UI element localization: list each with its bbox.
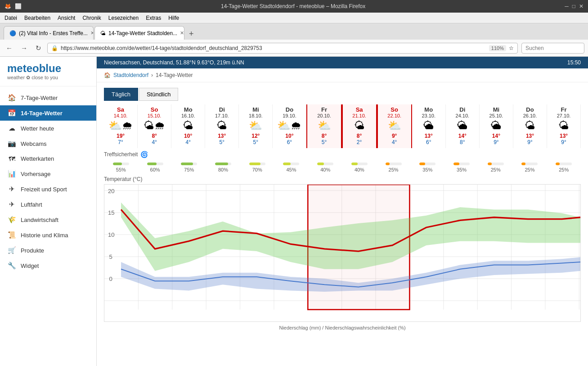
day-date: 26.10. bbox=[514, 113, 546, 118]
tab-close-1[interactable]: ✕ bbox=[90, 30, 94, 36]
menu-chronik[interactable]: Chronik bbox=[82, 15, 101, 21]
tab-meteoblue[interactable]: 🌤 14-Tage-Wetter Stadtolden... ✕ bbox=[94, 26, 184, 40]
nav-label-wetter: Wetter heute bbox=[21, 125, 54, 132]
weather-icon: ⛅ bbox=[379, 120, 410, 131]
temp-low: 5° bbox=[308, 139, 340, 145]
menu-lesezeichen[interactable]: Lesezeichen bbox=[108, 15, 139, 21]
sidebar-item-wetter[interactable]: ☁Wetter heute bbox=[0, 121, 96, 136]
weather-icon: 🌤🌧 bbox=[139, 120, 170, 131]
nav-icon-produkte: 🛒 bbox=[7, 246, 16, 254]
weather-icon: ⛅ bbox=[308, 120, 340, 131]
sidebar-item-vorhersage[interactable]: 📊Vorhersage bbox=[0, 166, 96, 181]
confidence-bar bbox=[386, 163, 390, 165]
tab-label-1: (2) Vital Info - Erstes Treffe... bbox=[19, 30, 88, 36]
temp-block: 8° 2° bbox=[344, 133, 375, 145]
confidence-bar bbox=[249, 163, 260, 165]
sidebar-item-7tage[interactable]: 🏠7-Tage-Wetter bbox=[0, 90, 96, 105]
sidebar-item-karten[interactable]: 🗺Wetterkarten bbox=[0, 151, 96, 166]
weather-tab-täglich[interactable]: Täglich bbox=[104, 88, 138, 101]
url-bar[interactable]: 🔒 https://www.meteoblue.com/de/wetter/14… bbox=[47, 43, 518, 54]
temp-block: 8° 4° bbox=[139, 133, 170, 145]
nav-icon-freizeit: ✈ bbox=[7, 185, 16, 193]
sidebar-item-webcams[interactable]: 📷Webcams bbox=[0, 136, 96, 151]
temp-high: 8° bbox=[344, 133, 375, 139]
temp-block: 13° 9° bbox=[548, 133, 579, 145]
temp-high: 14° bbox=[447, 133, 478, 139]
confidence-bar bbox=[488, 163, 492, 165]
sidebar-item-historie[interactable]: 📜Historie und Klima bbox=[0, 227, 96, 243]
confidence-bar-wrapper bbox=[351, 163, 368, 165]
day-name: Mi bbox=[480, 106, 512, 113]
confidence-bar bbox=[419, 163, 425, 165]
temp-block: 10° 4° bbox=[172, 133, 204, 145]
sidebar-item-freizeit[interactable]: ✈Freizeit und Sport bbox=[0, 181, 96, 197]
confidence-bar-wrapper bbox=[113, 163, 129, 165]
menu-ansicht[interactable]: Ansicht bbox=[58, 15, 75, 21]
temp-low: 5° bbox=[240, 139, 271, 145]
browser-menubar[interactable]: Datei Bearbeiten Ansicht Chronik Lesezei… bbox=[0, 13, 588, 23]
confidence-col: 25% bbox=[513, 160, 547, 173]
sidebar-item-luftfahrt[interactable]: ✈Luftfahrt bbox=[0, 197, 96, 212]
breadcrumb-city[interactable]: Stadtoldendorf bbox=[113, 72, 148, 78]
confidence-bar-wrapper bbox=[556, 163, 572, 165]
weather-icon: 🌤 bbox=[344, 120, 375, 131]
weather-icon: 🌤 bbox=[548, 120, 579, 131]
home-icon: 🏠 bbox=[104, 72, 111, 78]
tab-vital-info[interactable]: 🔵 (2) Vital Info - Erstes Treffe... ✕ bbox=[4, 26, 94, 40]
confidence-pct: 80% bbox=[207, 167, 239, 172]
day-name: Fr bbox=[308, 106, 340, 113]
window-controls: ─□✕ bbox=[565, 3, 584, 9]
sidebar-item-14tage[interactable]: 📅14-Tage-Wetter bbox=[0, 105, 96, 121]
weather-icon: 🌤 bbox=[172, 120, 204, 131]
back-button[interactable]: ← bbox=[4, 43, 15, 53]
confidence-pct: 25% bbox=[480, 167, 512, 172]
temp-high: 14° bbox=[480, 133, 512, 139]
weather-tabs: TäglichStündlich bbox=[97, 82, 588, 104]
new-tab-button[interactable]: + bbox=[185, 28, 197, 40]
temp-high: 9° bbox=[379, 133, 410, 139]
sidebar-item-widget[interactable]: 🔧Widget bbox=[0, 258, 96, 273]
window-title: 14-Tage-Wetter Stadtoldendorf - meteoblu… bbox=[22, 3, 565, 9]
svg-text:0: 0 bbox=[109, 276, 112, 282]
sidebar-item-produkte[interactable]: 🛒Produkte bbox=[0, 243, 96, 258]
day-name: Mo bbox=[413, 106, 444, 113]
nav-icon-landwirtschaft: 🌾 bbox=[7, 216, 16, 224]
nav-label-vorhersage: Vorhersage bbox=[21, 171, 51, 177]
day-col-1410.: Sa 14.10. ⛅🌧 19° 7° bbox=[104, 104, 138, 148]
current-time: 15:50 bbox=[567, 59, 581, 66]
confidence-bar bbox=[317, 163, 323, 165]
search-input[interactable] bbox=[521, 43, 584, 54]
forward-button[interactable]: → bbox=[18, 43, 30, 53]
weather-icon: 🌥 bbox=[447, 120, 478, 131]
day-col-1810.: Mi 18.10. ⛅ 12° 5° bbox=[239, 104, 273, 148]
confidence-bar-wrapper bbox=[283, 163, 299, 165]
temp-block: 8° 5° bbox=[308, 133, 340, 145]
temp-high: 13° bbox=[206, 133, 238, 139]
temperature-label: Temperatur (°C) bbox=[104, 176, 142, 182]
precip-label: Niederschlag (mm) / Niederschlagswahrsch… bbox=[104, 323, 581, 332]
temp-block: 13° 5° bbox=[206, 133, 238, 145]
day-col-2610.: Do 26.10. 🌤 13° 9° bbox=[513, 104, 547, 148]
temperature-section-header: Temperatur (°C) bbox=[97, 173, 588, 184]
sidebar-item-landwirtschaft[interactable]: 🌾Landwirtschaft bbox=[0, 212, 96, 227]
confidence-pct: 25% bbox=[548, 167, 580, 172]
day-name: Mi bbox=[240, 106, 271, 113]
breadcrumb-separator: › bbox=[151, 72, 153, 78]
tab-close-2[interactable]: ✕ bbox=[180, 30, 184, 36]
menu-bearbeiten[interactable]: Bearbeiten bbox=[24, 15, 50, 21]
confidence-bar-wrapper bbox=[453, 163, 470, 165]
confidence-bar bbox=[113, 163, 122, 165]
menu-extras[interactable]: Extras bbox=[146, 15, 161, 21]
confidence-col: 40% bbox=[342, 160, 377, 173]
reload-button[interactable]: ↻ bbox=[33, 43, 44, 53]
temp-low: 2° bbox=[344, 139, 375, 145]
menu-datei[interactable]: Datei bbox=[4, 15, 17, 21]
menu-hilfe[interactable]: Hilfe bbox=[168, 15, 179, 21]
confidence-pct: 75% bbox=[173, 167, 205, 172]
weather-grid-wrapper: Sa 14.10. ⛅🌧 19° 7° So 15.10. 🌤🌧 8° 4° M… bbox=[97, 104, 588, 148]
temp-block: 9° 4° bbox=[379, 133, 410, 145]
weather-tab-stündlich[interactable]: Stündlich bbox=[139, 88, 178, 101]
bookmark-icon[interactable]: ☆ bbox=[509, 45, 514, 51]
day-date: 24.10. bbox=[447, 113, 478, 118]
day-date: 15.10. bbox=[139, 113, 170, 118]
